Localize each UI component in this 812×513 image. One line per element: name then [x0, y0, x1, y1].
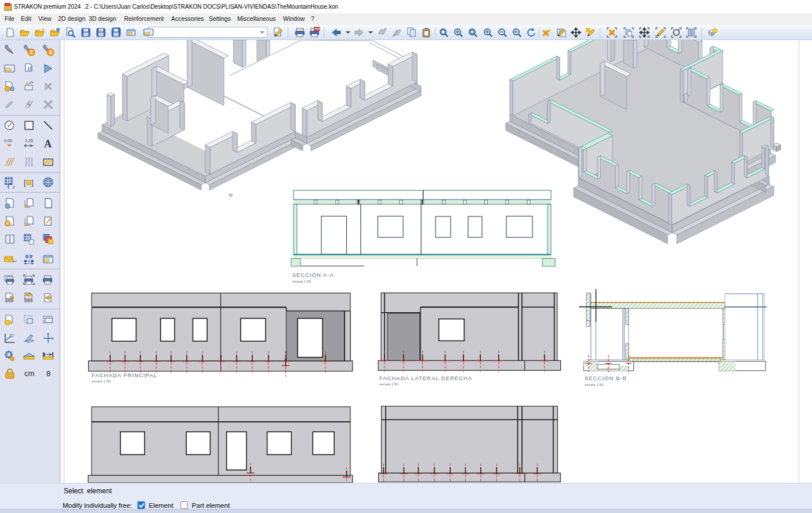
- svg-text:DWG: DWG: [26, 298, 32, 302]
- svg-text:A: A: [44, 138, 52, 150]
- svg-text:FACHADA LATERAL DERECHA: FACHADA LATERAL DERECHA: [379, 375, 472, 381]
- svg-text:↩: ↩: [13, 259, 16, 264]
- svg-text:]: ]: [31, 178, 34, 187]
- svg-text:escala 1:50: escala 1:50: [92, 380, 111, 383]
- svg-text:?: ?: [99, 29, 103, 35]
- svg-text:0.00: 0.00: [4, 139, 12, 143]
- svg-text:escala 1:50: escala 1:50: [379, 382, 398, 386]
- svg-text:escala 1:50: escala 1:50: [292, 280, 311, 283]
- svg-text:[: [: [24, 178, 26, 187]
- svg-text:escala 1:50: escala 1:50: [585, 383, 604, 386]
- svg-text:FACHADA PRINCIPAL: FACHADA PRINCIPAL: [92, 372, 157, 378]
- svg-text:PDF: PDF: [315, 28, 320, 31]
- svg-text:SECCIÓN B-B: SECCIÓN B-B: [585, 375, 627, 381]
- svg-text:1.25: 1.25: [25, 139, 33, 143]
- svg-text:3: 3: [49, 49, 52, 55]
- svg-text:SECCIÓN A-A: SECCIÓN A-A: [292, 272, 334, 278]
- svg-text:2: 2: [30, 49, 33, 55]
